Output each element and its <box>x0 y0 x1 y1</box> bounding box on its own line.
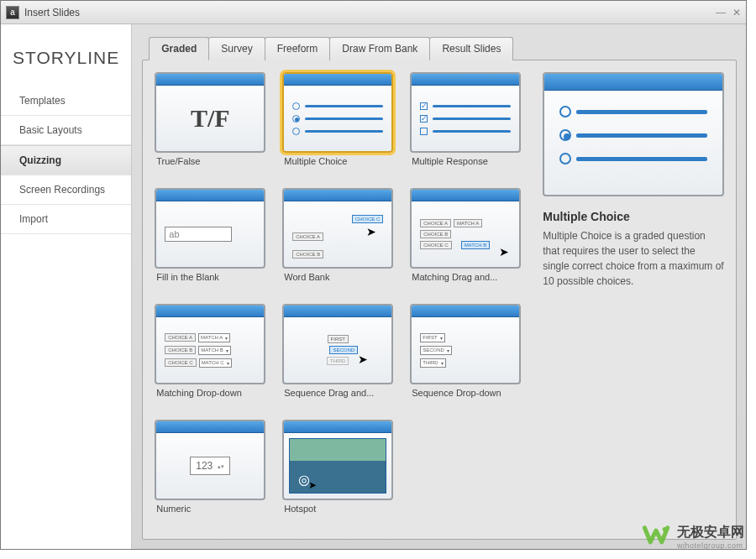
sidebar-item-import[interactable]: Import <box>1 205 131 234</box>
sidebar: STORYLINE Templates Basic Layouts Quizzi… <box>1 24 132 549</box>
main: Graded Survey Freeform Draw From Bank Re… <box>132 24 747 549</box>
close-button[interactable]: ✕ <box>732 7 741 18</box>
preview-thumb <box>543 72 724 196</box>
sidebar-item-quizzing[interactable]: Quizzing <box>1 145 131 175</box>
thumb-true-false: T/F <box>155 72 265 153</box>
thumb-matching-drag: CHOICE AMATCH A CHOICE B CHOICE CMATCH B… <box>410 188 521 269</box>
preview-description: Multiple Choice is a graded question tha… <box>543 228 724 289</box>
card-hotspot[interactable]: ➤ Hotspot <box>282 420 400 527</box>
app-icon: a <box>6 6 19 19</box>
card-multiple-response[interactable]: Multiple Response <box>410 72 528 180</box>
preview-pane: Multiple Choice Multiple Choice is a gra… <box>543 72 724 527</box>
logo: STORYLINE <box>1 34 131 86</box>
preview-title: Multiple Choice <box>543 210 724 223</box>
watermark-text-en: wjhotelgroup.com <box>677 541 744 550</box>
tab-graded[interactable]: Graded <box>149 37 209 60</box>
card-matching-drag-and-drop[interactable]: CHOICE AMATCH A CHOICE B CHOICE CMATCH B… <box>410 188 528 295</box>
sidebar-item-screen-recordings[interactable]: Screen Recordings <box>1 175 131 205</box>
window-title: Insert Slides <box>24 7 80 18</box>
watermark-icon <box>642 522 670 551</box>
tab-draw-from-bank[interactable]: Draw From Bank <box>329 37 430 60</box>
card-matching-drop-down[interactable]: CHOICE AMATCH A CHOICE BMATCH B CHOICE C… <box>155 304 272 411</box>
card-word-bank[interactable]: CHOICE C CHOICE A CHOICE B ➤ Word Bank <box>282 188 400 295</box>
thumb-multiple-choice <box>282 72 393 153</box>
card-sequence-drop-down[interactable]: FIRST SECOND THIRD Sequence Drop-down <box>410 304 528 411</box>
cursor-icon: ➤ <box>366 225 376 238</box>
cursor-icon: ➤ <box>499 245 509 259</box>
thumb-numeric: 123 <box>155 420 265 500</box>
thumb-sequence-drag: FIRST SECOND THIRD ➤ <box>282 304 393 384</box>
panel: T/F True/False Multiple Choice <box>142 60 737 540</box>
card-true-false[interactable]: T/F True/False <box>155 72 272 180</box>
titlebar: a Insert Slides — ✕ <box>1 1 746 24</box>
thumb-hotspot: ➤ <box>282 420 393 500</box>
sidebar-item-templates[interactable]: Templates <box>1 86 131 116</box>
thumb-multiple-response <box>410 72 521 153</box>
minimize-button[interactable]: — <box>716 7 726 18</box>
card-sequence-drag-and-drop[interactable]: FIRST SECOND THIRD ➤ Sequence Drag and..… <box>282 304 400 411</box>
watermark-text-cn: 无极安卓网 <box>677 524 744 541</box>
tab-result-slides[interactable]: Result Slides <box>429 37 513 60</box>
tab-survey[interactable]: Survey <box>208 37 265 60</box>
thumb-matching-dropdown: CHOICE AMATCH A CHOICE BMATCH B CHOICE C… <box>155 304 265 384</box>
thumb-sequence-dropdown: FIRST SECOND THIRD <box>410 304 521 384</box>
card-grid: T/F True/False Multiple Choice <box>155 72 528 527</box>
svg-point-0 <box>663 527 667 531</box>
sidebar-item-basic-layouts[interactable]: Basic Layouts <box>1 116 131 145</box>
content: STORYLINE Templates Basic Layouts Quizzi… <box>1 24 746 549</box>
card-numeric[interactable]: 123 Numeric <box>155 420 272 527</box>
card-fill-in-the-blank[interactable]: ab Fill in the Blank <box>155 188 272 295</box>
cursor-icon: ➤ <box>358 353 368 366</box>
watermark: 无极安卓网 wjhotelgroup.com <box>642 522 744 551</box>
cursor-icon: ➤ <box>308 479 317 491</box>
tab-freeform[interactable]: Freeform <box>265 37 331 60</box>
thumb-fill-in-the-blank: ab <box>155 188 265 269</box>
tabs: Graded Survey Freeform Draw From Bank Re… <box>149 36 737 60</box>
insert-slides-window: a Insert Slides — ✕ STORYLINE Templates … <box>0 0 747 550</box>
thumb-word-bank: CHOICE C CHOICE A CHOICE B ➤ <box>282 188 393 269</box>
card-multiple-choice[interactable]: Multiple Choice <box>282 72 400 180</box>
